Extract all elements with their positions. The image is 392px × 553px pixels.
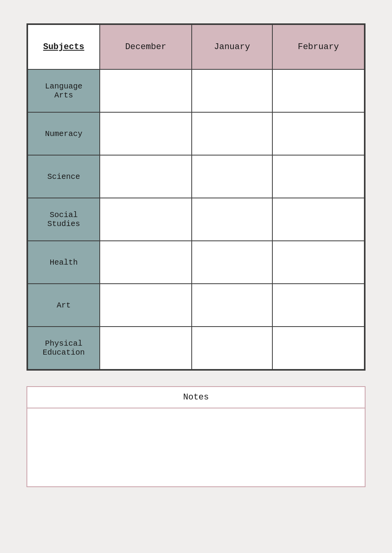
- page-container: Subjects December January February Langu…: [26, 16, 366, 495]
- subject-physical-education: PhysicalEducation: [28, 327, 100, 369]
- cell-health-jan[interactable]: [192, 241, 272, 284]
- cell-numeracy-jan[interactable]: [192, 112, 272, 155]
- subject-health: Health: [28, 241, 100, 284]
- grade-table: Subjects December January February Langu…: [27, 24, 365, 370]
- cell-art-dec[interactable]: [100, 284, 192, 327]
- header-subjects: Subjects: [28, 25, 100, 69]
- cell-social-studies-feb[interactable]: [272, 198, 364, 241]
- notes-header: Notes: [27, 387, 365, 408]
- cell-numeracy-dec[interactable]: [100, 112, 192, 155]
- cell-language-arts-dec[interactable]: [100, 69, 192, 112]
- cell-art-jan[interactable]: [192, 284, 272, 327]
- subject-social-studies: Social Studies: [28, 198, 100, 241]
- cell-pe-dec[interactable]: [100, 327, 192, 369]
- cell-health-feb[interactable]: [272, 241, 364, 284]
- cell-science-jan[interactable]: [192, 155, 272, 198]
- subject-art: Art: [28, 284, 100, 327]
- table-row: Health: [28, 241, 364, 284]
- cell-health-dec[interactable]: [100, 241, 192, 284]
- table-row: Social Studies: [28, 198, 364, 241]
- cell-language-arts-feb[interactable]: [272, 69, 364, 112]
- table-row: Numeracy: [28, 112, 364, 155]
- cell-social-studies-jan[interactable]: [192, 198, 272, 241]
- cell-pe-feb[interactable]: [272, 327, 364, 369]
- notes-body[interactable]: [27, 408, 365, 486]
- cell-science-dec[interactable]: [100, 155, 192, 198]
- cell-science-feb[interactable]: [272, 155, 364, 198]
- subject-language-arts: LanguageArts: [28, 69, 100, 112]
- cell-pe-jan[interactable]: [192, 327, 272, 369]
- cell-language-arts-jan[interactable]: [192, 69, 272, 112]
- cell-numeracy-feb[interactable]: [272, 112, 364, 155]
- header-january: January: [192, 25, 272, 69]
- header-december: December: [100, 25, 192, 69]
- grade-table-wrapper: Subjects December January February Langu…: [26, 23, 366, 371]
- cell-art-feb[interactable]: [272, 284, 364, 327]
- subject-numeracy: Numeracy: [28, 112, 100, 155]
- cell-social-studies-dec[interactable]: [100, 198, 192, 241]
- subject-science: Science: [28, 155, 100, 198]
- table-row: Science: [28, 155, 364, 198]
- header-february: February: [272, 25, 364, 69]
- table-row: Art: [28, 284, 364, 327]
- table-row: LanguageArts: [28, 69, 364, 112]
- table-row: PhysicalEducation: [28, 327, 364, 369]
- notes-section: Notes: [26, 386, 366, 487]
